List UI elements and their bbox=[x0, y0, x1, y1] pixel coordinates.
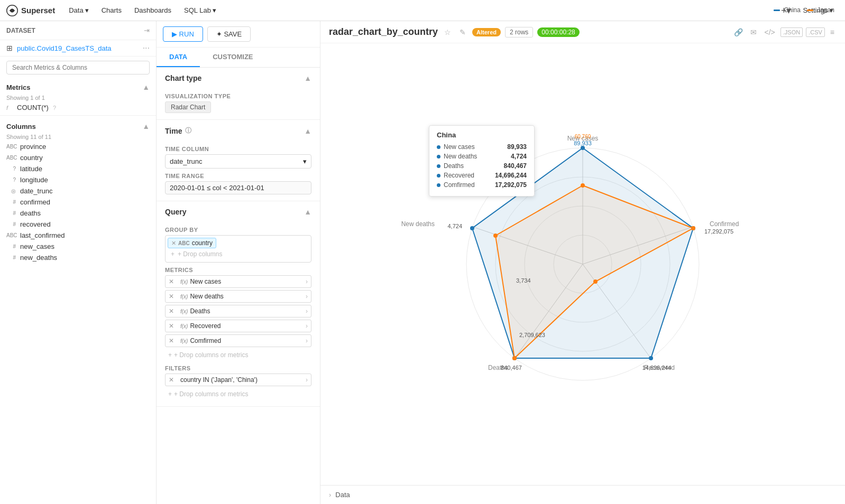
remove-metric-new-deaths[interactable]: ✕ bbox=[166, 291, 177, 302]
chart-type-header[interactable]: Chart type ▲ bbox=[157, 68, 320, 87]
chart-actions: 🔗 ✉ </> .JSON .CSV ≡ bbox=[732, 27, 837, 38]
time-column-select[interactable]: date_trunc ▾ bbox=[165, 154, 311, 169]
chart-type-body: VISUALIZATION TYPE Radar Chart bbox=[157, 87, 320, 119]
nav-dashboards[interactable]: Dashboards bbox=[129, 4, 177, 16]
filter-expand-icon[interactable]: › bbox=[302, 374, 311, 386]
csv-icon[interactable]: .CSV bbox=[806, 27, 825, 37]
plus-icon: + bbox=[171, 250, 174, 258]
sidebar-expand-icon[interactable]: ⇥ bbox=[144, 26, 150, 34]
metrics-title: Metrics bbox=[6, 83, 31, 91]
remove-group-tag-icon[interactable]: ✕ bbox=[171, 240, 176, 247]
tooltip-dot-2 bbox=[437, 164, 440, 168]
time-header[interactable]: Time ⓘ ▲ bbox=[157, 120, 320, 139]
val-confirmed: 17,292,075 bbox=[704, 228, 733, 235]
remove-metric-recovered[interactable]: ✕ bbox=[166, 320, 177, 332]
columns-title: Columns bbox=[6, 123, 36, 130]
plus-filters-icon: + bbox=[168, 390, 172, 398]
sidebar-header: Dataset ⇥ bbox=[0, 21, 156, 40]
tab-data[interactable]: DATA bbox=[157, 48, 200, 67]
save-button[interactable]: ✦ SAVE bbox=[207, 26, 251, 42]
tooltip-dot-0 bbox=[437, 145, 440, 149]
china-val-new-cases: 89,933 bbox=[574, 140, 592, 146]
columns-collapse-icon[interactable]: ▲ bbox=[142, 122, 150, 130]
china-dot-recovered bbox=[649, 356, 653, 360]
json-icon[interactable]: .JSON bbox=[780, 27, 803, 37]
tooltip-dot-3 bbox=[437, 174, 440, 178]
nav-data[interactable]: Data ▾ bbox=[63, 4, 94, 16]
logo[interactable]: Superset bbox=[6, 5, 55, 16]
metric-recovered-expand[interactable]: › bbox=[302, 320, 311, 332]
metric-pill-deaths: ✕ f(x) Deaths › bbox=[165, 305, 311, 318]
time-range-value[interactable]: 2020-01-01 ≤ col < 2021-01-01 bbox=[165, 181, 311, 194]
col-date-trunc: ◎ date_trunc bbox=[0, 185, 156, 197]
japan-dot-recovered bbox=[593, 279, 598, 284]
remove-metric-comfirmed[interactable]: ✕ bbox=[166, 335, 177, 347]
remove-metric-deaths[interactable]: ✕ bbox=[166, 305, 177, 317]
function-icon: f bbox=[6, 105, 13, 111]
email-icon[interactable]: ✉ bbox=[748, 27, 759, 38]
tooltip-label-1: New deaths bbox=[444, 153, 508, 160]
viz-type-badge[interactable]: Radar Chart bbox=[165, 101, 211, 113]
dataset-name[interactable]: public.Covid19_CasesTS_data bbox=[17, 44, 139, 52]
time-section: Time ⓘ ▲ TIME COLUMN date_trunc ▾ TIME R… bbox=[157, 120, 320, 201]
metric-deaths-expand[interactable]: › bbox=[302, 305, 311, 317]
chart-title: radar_chart_by_country bbox=[329, 26, 438, 38]
time-collapse[interactable]: ▲ bbox=[304, 127, 311, 135]
mid-panel: ▶ RUN ✦ SAVE DATA CUSTOMIZE Chart type ▲… bbox=[157, 21, 320, 504]
tooltip-value-4: 17,292,075 bbox=[495, 181, 527, 189]
drop-filters-hint: + + Drop columns or metrics bbox=[165, 388, 311, 400]
menu-icon[interactable]: ≡ bbox=[828, 27, 837, 38]
sidebar: Dataset ⇥ ⊞ public.Covid19_CasesTS_data … bbox=[0, 21, 157, 504]
metrics-label: METRICS bbox=[165, 267, 311, 273]
data-section-label: Data bbox=[335, 491, 350, 499]
tab-customize[interactable]: CUSTOMIZE bbox=[200, 48, 265, 67]
tooltip-label-2: Deaths bbox=[444, 162, 501, 170]
tooltip-dot-1 bbox=[437, 155, 440, 158]
query-header[interactable]: Query ▲ bbox=[157, 201, 320, 220]
data-section[interactable]: › Data bbox=[320, 485, 845, 504]
japan-val-new-cases: 60,760 bbox=[575, 134, 591, 139]
group-by-container[interactable]: ✕ ABC country + + Drop columns bbox=[165, 235, 311, 263]
remove-metric-new-cases[interactable]: ✕ bbox=[166, 276, 177, 287]
radar-container: New cases Confirmed Recovered Deaths New… bbox=[320, 49, 845, 480]
time-range-label: TIME RANGE bbox=[165, 173, 311, 179]
metric-new-cases-expand[interactable]: › bbox=[302, 276, 311, 287]
help-icon[interactable]: ? bbox=[53, 105, 56, 111]
group-by-label: GROUP BY bbox=[165, 227, 311, 233]
nav-sqllab[interactable]: SQL Lab ▾ bbox=[179, 4, 222, 16]
filter-pill-country: ✕ country IN ('Japan', 'China') › bbox=[165, 374, 311, 386]
columns-count: Showing 11 of 11 bbox=[0, 133, 156, 141]
chevron-down-icon: ▾ bbox=[303, 157, 307, 165]
edit-icon[interactable]: ✎ bbox=[457, 27, 468, 38]
tooltip-row-3: Recovered 14,696,244 bbox=[437, 172, 527, 179]
remove-filter-country[interactable]: ✕ bbox=[166, 374, 177, 386]
col-province: ABC province bbox=[0, 141, 156, 152]
tooltip-label-3: Recovered bbox=[444, 172, 492, 179]
dataset-more-button[interactable]: ··· bbox=[143, 43, 150, 53]
link-icon[interactable]: 🔗 bbox=[732, 27, 745, 38]
metric-new-deaths-expand[interactable]: › bbox=[302, 291, 311, 302]
time-column-label: TIME COLUMN bbox=[165, 146, 311, 152]
code-icon[interactable]: </> bbox=[762, 27, 777, 38]
query-collapse[interactable]: ▲ bbox=[304, 208, 311, 216]
japan-dot-deaths bbox=[512, 356, 517, 360]
chart-type-collapse[interactable]: ▲ bbox=[304, 74, 311, 82]
query-section: Query ▲ GROUP BY ✕ ABC country + bbox=[157, 201, 320, 407]
tooltip-value-1: 4,724 bbox=[511, 153, 527, 160]
group-by-tag-country[interactable]: ✕ ABC country bbox=[168, 238, 216, 248]
run-button[interactable]: ▶ RUN bbox=[163, 26, 203, 42]
star-icon[interactable]: ☆ bbox=[442, 27, 453, 38]
nav-charts[interactable]: Charts bbox=[96, 4, 127, 16]
search-input[interactable] bbox=[6, 61, 150, 74]
sidebar-title: Dataset bbox=[6, 27, 35, 34]
metric-comfirmed-expand[interactable]: › bbox=[302, 335, 311, 347]
col-last-confirmed: ABC last_confirmed bbox=[0, 230, 156, 241]
tooltip-row-4: Comfirmed 17,292,075 bbox=[437, 181, 527, 189]
drop-metrics-hint: + + Drop columns or metrics bbox=[165, 349, 311, 361]
metrics-collapse-icon[interactable]: ▲ bbox=[142, 83, 150, 91]
tooltip-value-2: 840,467 bbox=[504, 162, 527, 170]
val-recovered: 14,696,244 bbox=[642, 365, 671, 371]
metric-pill-new-deaths: ✕ f(x) New deaths › bbox=[165, 290, 311, 303]
tooltip-row-2: Deaths 840,467 bbox=[437, 162, 527, 170]
chart-tooltip: China New cases 89,933 New deaths 4,724 … bbox=[429, 125, 535, 197]
